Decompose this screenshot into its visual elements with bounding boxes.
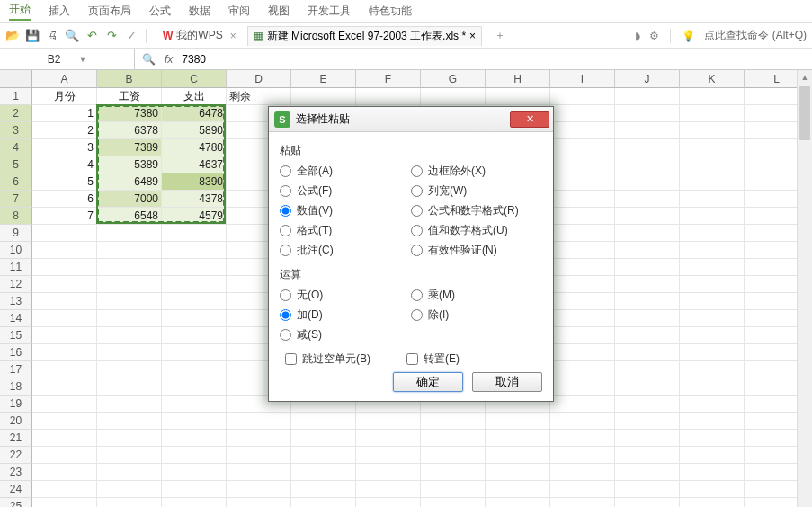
cell[interactable] bbox=[680, 139, 745, 156]
cell[interactable] bbox=[486, 447, 550, 464]
cell[interactable] bbox=[32, 293, 97, 310]
cell[interactable] bbox=[680, 430, 745, 447]
row-header[interactable]: 14 bbox=[0, 310, 32, 327]
cell[interactable] bbox=[680, 276, 745, 293]
radio-option[interactable]: 格式(T) bbox=[280, 223, 411, 238]
document-tab[interactable]: ▦ 新建 Microsoft Excel 97-2003 工作表.xls * × bbox=[247, 26, 482, 46]
cell[interactable]: 5 bbox=[32, 173, 97, 191]
cell[interactable] bbox=[615, 208, 680, 225]
cell[interactable]: 6548 bbox=[97, 208, 162, 225]
cell[interactable] bbox=[32, 430, 97, 447]
column-header[interactable]: I bbox=[550, 70, 615, 88]
cell[interactable]: 5389 bbox=[97, 156, 162, 173]
row-header[interactable]: 15 bbox=[0, 327, 32, 344]
cell[interactable] bbox=[356, 88, 421, 105]
row-header[interactable]: 13 bbox=[0, 293, 32, 310]
cell[interactable] bbox=[550, 447, 615, 464]
cell[interactable] bbox=[421, 464, 486, 481]
d-icon[interactable]: ◗ bbox=[635, 30, 640, 42]
cell[interactable] bbox=[615, 447, 680, 464]
open-icon[interactable]: 📂 bbox=[5, 29, 20, 43]
row-header[interactable]: 7 bbox=[0, 191, 32, 208]
cell[interactable] bbox=[32, 310, 97, 327]
cell[interactable] bbox=[550, 259, 615, 276]
cell[interactable] bbox=[162, 361, 227, 378]
cell[interactable] bbox=[97, 225, 162, 242]
cell[interactable] bbox=[486, 464, 550, 481]
column-header[interactable]: J bbox=[615, 70, 680, 88]
cell[interactable] bbox=[97, 242, 162, 259]
cell[interactable] bbox=[615, 430, 680, 447]
column-header[interactable]: D bbox=[227, 70, 291, 88]
menu-item-视图[interactable]: 视图 bbox=[268, 4, 290, 19]
cell[interactable] bbox=[32, 413, 97, 430]
column-header[interactable]: C bbox=[162, 70, 227, 88]
cell[interactable]: 5890 bbox=[162, 122, 227, 139]
row-header[interactable]: 19 bbox=[0, 396, 32, 413]
ok-button[interactable]: 确定 bbox=[393, 372, 463, 392]
cell[interactable] bbox=[162, 464, 227, 481]
row-header[interactable]: 4 bbox=[0, 139, 32, 156]
cell[interactable] bbox=[680, 447, 745, 464]
cell[interactable] bbox=[550, 464, 615, 481]
cell[interactable] bbox=[162, 498, 227, 507]
cell[interactable] bbox=[550, 344, 615, 361]
cell[interactable] bbox=[615, 344, 680, 361]
cell[interactable] bbox=[32, 361, 97, 378]
cell[interactable] bbox=[162, 396, 227, 413]
cell[interactable] bbox=[615, 361, 680, 378]
cell[interactable]: 3 bbox=[32, 139, 97, 156]
row-header[interactable]: 16 bbox=[0, 344, 32, 361]
column-header[interactable]: B bbox=[97, 70, 162, 88]
cell[interactable] bbox=[32, 327, 97, 344]
cell[interactable] bbox=[32, 378, 97, 396]
search-hint[interactable]: 点此查找命令 (Alt+Q) bbox=[704, 28, 807, 43]
row-header[interactable]: 23 bbox=[0, 464, 32, 481]
cell[interactable] bbox=[227, 498, 291, 507]
cell[interactable] bbox=[680, 293, 745, 310]
cell[interactable] bbox=[291, 413, 356, 430]
cell[interactable] bbox=[356, 447, 421, 464]
cell[interactable] bbox=[680, 396, 745, 413]
cell[interactable] bbox=[291, 447, 356, 464]
cell[interactable] bbox=[550, 276, 615, 293]
column-header[interactable]: K bbox=[680, 70, 745, 88]
radio-option[interactable]: 除(I) bbox=[411, 307, 542, 323]
close-icon[interactable]: × bbox=[469, 30, 476, 42]
cell[interactable]: 月份 bbox=[32, 88, 97, 105]
cell[interactable] bbox=[550, 242, 615, 259]
menu-item-开发工具[interactable]: 开发工具 bbox=[308, 4, 351, 19]
cell[interactable] bbox=[550, 139, 615, 156]
cell[interactable] bbox=[550, 396, 615, 413]
cell[interactable] bbox=[680, 498, 745, 507]
cell[interactable] bbox=[550, 225, 615, 242]
radio-option[interactable]: 全部(A) bbox=[280, 164, 411, 179]
cell[interactable] bbox=[97, 498, 162, 507]
radio-option[interactable]: 批注(C) bbox=[280, 243, 411, 258]
search-fx-icon[interactable]: 🔍 bbox=[142, 53, 156, 66]
cell[interactable] bbox=[32, 242, 97, 259]
fx-label[interactable]: fx bbox=[165, 53, 173, 66]
scrollbar-thumb[interactable] bbox=[799, 86, 810, 140]
radio-option[interactable]: 乘(M) bbox=[411, 288, 542, 303]
cell[interactable] bbox=[615, 413, 680, 430]
menu-item-页面布局[interactable]: 页面布局 bbox=[88, 4, 131, 19]
cell[interactable] bbox=[291, 481, 356, 498]
cell[interactable] bbox=[32, 225, 97, 242]
column-header[interactable]: E bbox=[291, 70, 356, 88]
cell[interactable] bbox=[615, 122, 680, 139]
cell[interactable] bbox=[680, 464, 745, 481]
cell[interactable]: 6 bbox=[32, 191, 97, 208]
cell[interactable] bbox=[615, 293, 680, 310]
dialog-close-button[interactable]: ✕ bbox=[510, 111, 549, 128]
cell[interactable] bbox=[615, 498, 680, 507]
cell[interactable] bbox=[550, 498, 615, 507]
undo-icon[interactable]: ↶ bbox=[85, 29, 99, 43]
cell[interactable]: 支出 bbox=[162, 88, 227, 105]
row-header[interactable]: 2 bbox=[0, 105, 32, 122]
vertical-scrollbar[interactable]: ▲ bbox=[797, 70, 812, 507]
cell[interactable]: 7000 bbox=[97, 191, 162, 208]
cell[interactable] bbox=[680, 259, 745, 276]
cell[interactable] bbox=[97, 327, 162, 344]
cell[interactable] bbox=[97, 413, 162, 430]
